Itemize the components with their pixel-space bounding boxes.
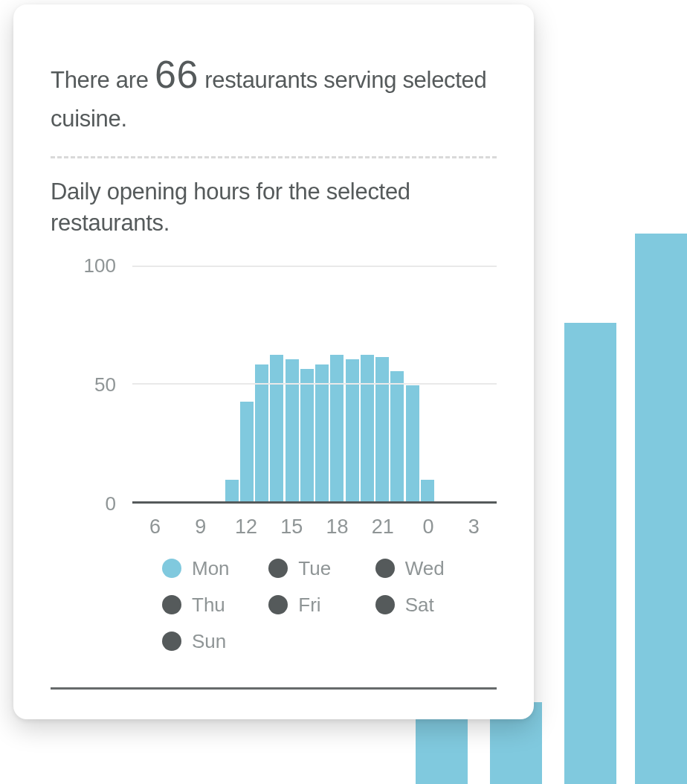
bar [286,359,299,501]
bar [240,402,254,501]
legend-item-fri[interactable]: Fri [268,594,367,617]
legend-label: Mon [192,557,230,580]
legend-swatch-icon [268,595,288,614]
legend-swatch-icon [375,595,395,614]
bar [406,385,419,501]
bar [346,359,359,501]
plot-area [132,266,497,504]
bar [300,369,314,501]
legend-item-thu[interactable]: Thu [162,594,261,617]
legend-swatch-icon [162,595,181,614]
y-axis: 050100 [51,266,132,504]
legend-item-sun[interactable]: Sun [162,630,261,653]
summary-prefix: There are [51,67,155,93]
legend-item-wed[interactable]: Wed [375,557,474,580]
bar [255,364,268,501]
x-tick-label: 6 [149,515,161,539]
chart-subtitle: Daily opening hours for the selected res… [51,176,497,239]
background-bar [416,710,468,784]
stats-card: There are 66 restaurants serving selecte… [13,4,534,719]
legend-label: Sat [405,594,434,617]
bar [270,355,283,501]
x-tick-label: 21 [372,515,394,539]
legend-label: Wed [405,557,445,580]
x-tick-label: 3 [468,515,480,539]
y-tick-label: 0 [106,492,116,515]
chart: 050100 [51,266,497,504]
legend-label: Tue [298,557,331,580]
x-tick-label: 9 [195,515,206,539]
grid-line [132,266,497,267]
footer-line [51,687,497,690]
x-tick-label: 0 [423,515,434,539]
legend-item-sat[interactable]: Sat [375,594,474,617]
summary-count: 66 [155,53,199,96]
summary-text: There are 66 restaurants serving selecte… [51,48,497,156]
legend-item-tue[interactable]: Tue [268,557,367,580]
legend-swatch-icon [162,559,181,578]
y-tick-label: 100 [84,254,116,277]
legend-label: Fri [298,594,320,617]
bar [375,357,389,501]
legend-item-mon[interactable]: Mon [162,557,261,580]
divider [51,156,497,158]
legend-label: Sun [192,630,226,653]
bar [315,364,329,501]
bar [225,480,239,501]
x-tick-label: 12 [235,515,257,539]
bar [361,355,374,501]
background-bar [635,234,687,784]
bar [421,480,434,501]
x-tick-label: 18 [326,515,349,539]
grid-line [132,383,497,385]
background-bar [564,323,616,784]
legend-swatch-icon [268,559,288,578]
legend-swatch-icon [375,559,395,578]
legend-swatch-icon [162,632,181,651]
y-tick-label: 50 [94,373,116,396]
legend: MonTueWedThuFriSatSun [162,557,474,653]
bar [330,355,344,501]
x-tick-label: 15 [280,515,303,539]
legend-label: Thu [192,594,225,617]
x-axis: 691215182103 [132,504,497,548]
bar [390,371,404,501]
